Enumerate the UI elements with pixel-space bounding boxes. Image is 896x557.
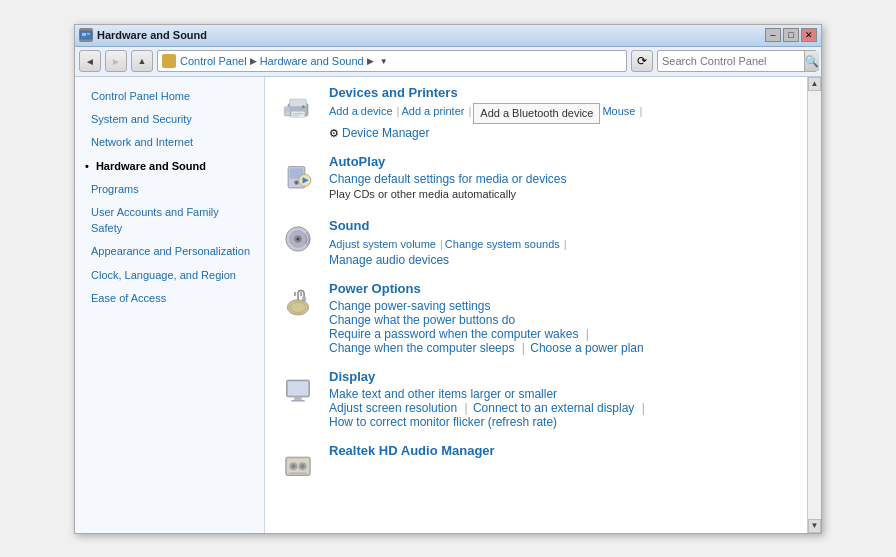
scroll-up-button[interactable]: ▲ (808, 77, 821, 91)
section-realtek: Realtek HD Audio Manager (277, 443, 795, 485)
section-autoplay: AutoPlay Change default settings for med… (277, 154, 795, 204)
realtek-icon (277, 443, 319, 485)
scroll-arrows: ▲ ▼ (807, 77, 821, 533)
svg-rect-8 (293, 115, 299, 116)
restore-button[interactable]: □ (783, 28, 799, 42)
breadcrumb-control-panel[interactable]: Control Panel (180, 55, 247, 67)
folder-icon (162, 54, 176, 68)
sidebar-item-system-security[interactable]: System and Security (75, 108, 264, 131)
sound-title[interactable]: Sound (329, 218, 795, 233)
svg-point-22 (290, 302, 305, 313)
text-size-link[interactable]: Make text and other items larger or smal… (329, 387, 557, 401)
breadcrumb-arrow-2: ▶ (367, 56, 374, 66)
choose-power-plan-link[interactable]: Choose a power plan (530, 341, 643, 355)
computer-sleeps-link[interactable]: Change when the computer sleeps (329, 341, 514, 355)
svg-point-36 (300, 464, 305, 469)
svg-rect-29 (291, 400, 305, 402)
manage-audio-link[interactable]: Manage audio devices (329, 253, 449, 267)
svg-rect-23 (303, 297, 306, 302)
window: Hardware and Sound – □ ✕ ◄ ► ▲ Control P… (74, 24, 822, 534)
add-bluetooth-link[interactable]: Add a Bluetooth device (473, 103, 600, 125)
svg-rect-25 (300, 292, 302, 296)
forward-button[interactable]: ► (105, 50, 127, 72)
devices-printers-links: Add a device | Add a printer | Add a Blu… (329, 103, 795, 125)
sound-content: Sound Adjust system volume | Change syst… (329, 218, 795, 268)
title-bar-left: Hardware and Sound (79, 28, 207, 42)
scrollbar-track (808, 91, 821, 519)
window-title: Hardware and Sound (97, 29, 207, 41)
sidebar-item-user-accounts[interactable]: User Accounts and Family Safety (75, 201, 264, 240)
change-sounds-link[interactable]: Change system sounds (445, 236, 560, 254)
title-buttons: – □ ✕ (765, 28, 817, 42)
desktop: Hardware and Sound – □ ✕ ◄ ► ▲ Control P… (0, 0, 896, 557)
screen-resolution-link[interactable]: Adjust screen resolution (329, 401, 457, 415)
sound-icon (277, 218, 319, 260)
device-manager-link[interactable]: Device Manager (342, 126, 429, 140)
display-content: Display Make text and other items larger… (329, 369, 795, 429)
connect-external-link[interactable]: Connect to an external display (473, 401, 634, 415)
change-power-saving-link[interactable]: Change power-saving settings (329, 299, 490, 313)
correct-flicker-link[interactable]: How to correct monitor flicker (refresh … (329, 415, 557, 429)
add-device-link[interactable]: Add a device (329, 103, 393, 125)
devices-printers-title[interactable]: Devices and Printers (329, 85, 795, 100)
display-title[interactable]: Display (329, 369, 795, 384)
section-display: Display Make text and other items larger… (277, 369, 795, 429)
realtek-content: Realtek HD Audio Manager (329, 443, 795, 485)
svg-rect-24 (294, 292, 296, 296)
power-title[interactable]: Power Options (329, 281, 795, 296)
svg-point-14 (295, 182, 297, 184)
breadcrumb-hardware-sound[interactable]: Hardware and Sound (260, 55, 364, 67)
title-bar: Hardware and Sound – □ ✕ (75, 25, 821, 47)
svg-rect-30 (289, 383, 307, 395)
search-button[interactable]: 🔍 (804, 51, 819, 71)
close-button[interactable]: ✕ (801, 28, 817, 42)
section-devices-printers: Devices and Printers Add a device | Add … (277, 85, 795, 141)
up-button[interactable]: ▲ (131, 50, 153, 72)
device-manager-row: ⚙ Device Manager (329, 126, 795, 140)
svg-rect-2 (87, 33, 90, 35)
breadcrumb-dropdown[interactable]: ▼ (377, 54, 391, 68)
content-area: Devices and Printers Add a device | Add … (265, 77, 807, 533)
sidebar-item-control-panel-home[interactable]: Control Panel Home (75, 85, 264, 108)
refresh-button[interactable]: ⟳ (631, 50, 653, 72)
devices-printers-content: Devices and Printers Add a device | Add … (329, 85, 795, 141)
add-printer-link[interactable]: Add a printer (401, 103, 464, 125)
search-box: 🔍 (657, 50, 817, 72)
autoplay-link-1[interactable]: Change default settings for media or dev… (329, 172, 566, 186)
gear-icon: ⚙ (329, 127, 339, 140)
sidebar-item-ease-of-access[interactable]: Ease of Access (75, 287, 264, 310)
search-input[interactable] (658, 55, 804, 67)
autoplay-icon (277, 154, 319, 196)
svg-rect-10 (285, 108, 290, 111)
power-buttons-link[interactable]: Change what the power buttons do (329, 313, 515, 327)
require-password-link[interactable]: Require a password when the computer wak… (329, 327, 578, 341)
sidebar-item-appearance[interactable]: Appearance and Personalization (75, 240, 264, 263)
sidebar-item-network-internet[interactable]: Network and Internet (75, 131, 264, 154)
manage-audio-row: Manage audio devices (329, 253, 795, 267)
sidebar-item-clock-language[interactable]: Clock, Language, and Region (75, 264, 264, 287)
back-button[interactable]: ◄ (79, 50, 101, 72)
svg-point-6 (302, 105, 305, 108)
scroll-down-button[interactable]: ▼ (808, 519, 821, 533)
mouse-link[interactable]: Mouse (602, 103, 635, 125)
devices-printers-icon (277, 85, 319, 127)
power-content: Power Options Change power-saving settin… (329, 281, 795, 355)
breadcrumb-bar: Control Panel ▶ Hardware and Sound ▶ ▼ (157, 50, 627, 72)
svg-rect-7 (293, 112, 304, 114)
section-power-options: Power Options Change power-saving settin… (277, 281, 795, 355)
realtek-title[interactable]: Realtek HD Audio Manager (329, 443, 795, 458)
sidebar: Control Panel Home System and Security N… (75, 77, 265, 533)
svg-point-34 (291, 464, 296, 469)
autoplay-title[interactable]: AutoPlay (329, 154, 795, 169)
autoplay-content: AutoPlay Change default settings for med… (329, 154, 795, 204)
sidebar-item-hardware-sound[interactable]: Hardware and Sound (75, 155, 264, 178)
svg-rect-1 (82, 33, 86, 36)
breadcrumb-arrow-1: ▶ (250, 56, 257, 66)
svg-rect-37 (289, 473, 307, 475)
adjust-volume-link[interactable]: Adjust system volume (329, 236, 436, 254)
power-icon (277, 281, 319, 323)
sidebar-item-programs[interactable]: Programs (75, 178, 264, 201)
autoplay-text-2: Play CDs or other media automatically (329, 186, 795, 204)
minimize-button[interactable]: – (765, 28, 781, 42)
sound-links: Adjust system volume | Change system sou… (329, 236, 795, 254)
